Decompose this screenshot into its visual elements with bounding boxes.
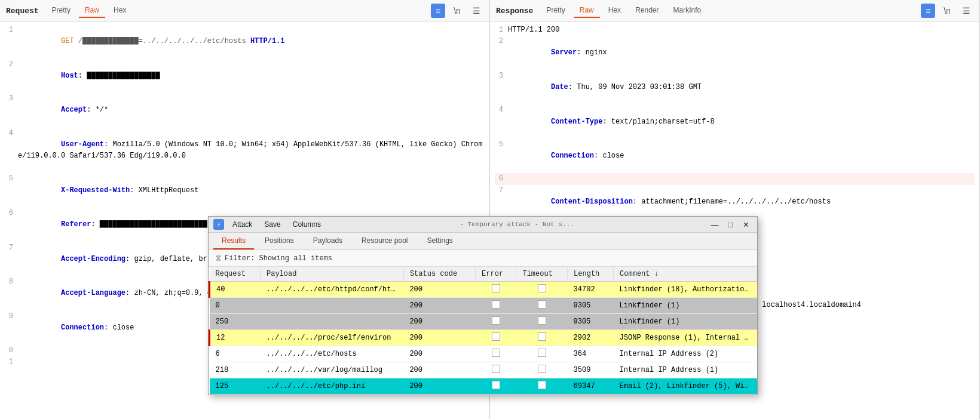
table-row[interactable]: 40../../../../etc/httpd/conf/htt...20034… bbox=[210, 282, 757, 298]
tab-positions[interactable]: Positions bbox=[256, 233, 302, 249]
response-copy-icon[interactable]: ≡ bbox=[921, 4, 935, 18]
cell-timeout[interactable] bbox=[516, 362, 568, 378]
cell-comment: Linkfinder (1) bbox=[614, 298, 757, 314]
cell-comment: JSONP Response (1), Internal ... bbox=[614, 330, 757, 346]
cell-comment: Linkfinder (18), Authorization... bbox=[614, 282, 757, 298]
menu-columns[interactable]: Columns bbox=[288, 219, 326, 230]
cell-length: 9305 bbox=[568, 298, 614, 314]
tab-request-pretty[interactable]: Pretty bbox=[46, 4, 76, 18]
cell-error[interactable] bbox=[476, 282, 516, 298]
cell-payload: ../../../../var/log/maillog bbox=[261, 362, 404, 378]
resp-line-7: 7 Content-Disposition: attachment;filena… bbox=[495, 185, 975, 220]
table-row[interactable]: 6../../../../etc/hosts200364Internal IP … bbox=[210, 346, 757, 362]
cell-payload: ../../../../etc/php.ini bbox=[261, 378, 404, 395]
col-timeout[interactable]: Timeout bbox=[516, 267, 568, 282]
tab-resource-pool[interactable]: Resource pool bbox=[353, 233, 416, 249]
response-title: Response bbox=[496, 4, 538, 18]
window-tabs: Results Positions Payloads Resource pool… bbox=[209, 233, 757, 250]
cell-error-checkbox[interactable] bbox=[492, 332, 500, 341]
tab-response-markinfo[interactable]: MarkInfo bbox=[667, 4, 707, 18]
response-wrap-icon[interactable]: \n bbox=[940, 4, 954, 18]
tab-response-render[interactable]: Render bbox=[629, 4, 664, 18]
cell-error[interactable] bbox=[476, 314, 516, 330]
results-table[interactable]: Request Payload Status code Error Timeou… bbox=[209, 267, 757, 395]
tab-response-hex[interactable]: Hex bbox=[602, 4, 627, 18]
col-status-code[interactable]: Status code bbox=[403, 267, 475, 282]
tab-response-raw[interactable]: Raw bbox=[574, 4, 600, 18]
filter-text: Filter: Showing all items bbox=[225, 254, 332, 263]
menu-save[interactable]: Save bbox=[259, 219, 285, 230]
cell-payload: ../../../../etc/hosts bbox=[261, 346, 404, 362]
cell-status: 200 bbox=[403, 346, 475, 362]
col-length[interactable]: Length bbox=[568, 267, 614, 282]
col-error[interactable]: Error bbox=[476, 267, 516, 282]
cell-timeout-checkbox[interactable] bbox=[538, 332, 546, 341]
cell-error[interactable] bbox=[476, 330, 516, 346]
table-row[interactable]: 218../../../../var/log/maillog2003509Int… bbox=[210, 362, 757, 378]
cell-timeout[interactable] bbox=[516, 378, 568, 395]
resp-line-2: 2 Server: nginx bbox=[495, 36, 975, 70]
table-row[interactable]: 02009305Linkfinder (1) bbox=[210, 298, 757, 314]
resp-line-4: 4 Content-Type: text/plain;charset=utf-8 bbox=[495, 104, 975, 139]
request-copy-icon[interactable]: ≡ bbox=[431, 4, 445, 18]
cell-timeout[interactable] bbox=[516, 330, 568, 346]
response-menu-icon[interactable]: ☰ bbox=[959, 4, 973, 18]
cell-error-checkbox[interactable] bbox=[492, 284, 500, 292]
cell-timeout-checkbox[interactable] bbox=[538, 349, 546, 357]
menu-attack[interactable]: Attack bbox=[228, 219, 257, 230]
request-title: Request bbox=[6, 4, 44, 18]
cell-timeout[interactable] bbox=[516, 282, 568, 298]
cell-request: 218 bbox=[210, 362, 261, 378]
resp-line-5: 5 Connection: close bbox=[495, 139, 975, 174]
window-titlebar: ⚡ Attack Save Columns - Temporary attack… bbox=[209, 217, 757, 233]
filter-bar[interactable]: ⧖ Filter: Showing all items bbox=[209, 250, 757, 267]
cell-payload: ../../../../etc/httpd/conf/htt... bbox=[261, 282, 404, 298]
tab-response-pretty[interactable]: Pretty bbox=[540, 4, 571, 18]
window-subtitle: - Temporary attack - Not s... bbox=[329, 221, 705, 228]
cell-timeout[interactable] bbox=[516, 298, 568, 314]
tab-request-raw[interactable]: Raw bbox=[79, 4, 105, 18]
intruder-icon: ⚡ bbox=[213, 219, 224, 230]
code-line-5: 5 X-Requested-With: XMLHttpRequest bbox=[5, 173, 485, 208]
request-wrap-icon[interactable]: \n bbox=[450, 4, 464, 18]
cell-timeout[interactable] bbox=[516, 346, 568, 362]
maximize-button[interactable]: □ bbox=[724, 219, 737, 230]
cell-timeout-checkbox[interactable] bbox=[538, 365, 546, 373]
tab-payloads[interactable]: Payloads bbox=[305, 233, 351, 249]
cell-timeout-checkbox[interactable] bbox=[538, 300, 546, 309]
table-row[interactable]: 2502009305Linkfinder (1) bbox=[210, 314, 757, 330]
cell-status: 200 bbox=[403, 330, 475, 346]
intruder-window: ⚡ Attack Save Columns - Temporary attack… bbox=[208, 216, 758, 395]
close-button[interactable]: ✕ bbox=[739, 219, 752, 230]
table-row[interactable]: 12../../../../proc/self/environ2002902JS… bbox=[210, 330, 757, 346]
method: GET bbox=[61, 37, 78, 45]
cell-timeout-checkbox[interactable] bbox=[538, 316, 546, 325]
col-payload[interactable]: Payload bbox=[261, 267, 404, 282]
cell-error[interactable] bbox=[476, 346, 516, 362]
cell-error-checkbox[interactable] bbox=[492, 381, 500, 389]
tab-request-hex[interactable]: Hex bbox=[108, 4, 132, 18]
cell-timeout-checkbox[interactable] bbox=[538, 381, 546, 389]
cell-error[interactable] bbox=[476, 362, 516, 378]
col-request[interactable]: Request bbox=[210, 267, 261, 282]
cell-error-checkbox[interactable] bbox=[492, 365, 500, 373]
cell-status: 200 bbox=[403, 378, 475, 395]
tab-settings[interactable]: Settings bbox=[418, 233, 461, 249]
cell-length: 3509 bbox=[568, 362, 614, 378]
cell-length: 9305 bbox=[568, 314, 614, 330]
cell-error-checkbox[interactable] bbox=[492, 300, 500, 309]
col-comment[interactable]: Comment ↓ bbox=[614, 267, 757, 282]
table-row[interactable]: 125../../../../etc/php.ini20069347Email … bbox=[210, 378, 757, 395]
cell-error-checkbox[interactable] bbox=[492, 349, 500, 357]
minimize-button[interactable]: — bbox=[708, 219, 721, 230]
tab-results[interactable]: Results bbox=[213, 233, 254, 249]
cell-error[interactable] bbox=[476, 378, 516, 395]
request-menu-icon[interactable]: ☰ bbox=[469, 4, 483, 18]
cell-payload: ../../../../proc/self/environ bbox=[261, 330, 404, 346]
cell-comment: Linkfinder (1) bbox=[614, 314, 757, 330]
cell-timeout[interactable] bbox=[516, 314, 568, 330]
cell-timeout-checkbox[interactable] bbox=[538, 284, 546, 292]
request-panel-header: Request Pretty Raw Hex ≡ \n ☰ bbox=[0, 0, 489, 22]
cell-error[interactable] bbox=[476, 298, 516, 314]
cell-error-checkbox[interactable] bbox=[492, 316, 500, 325]
